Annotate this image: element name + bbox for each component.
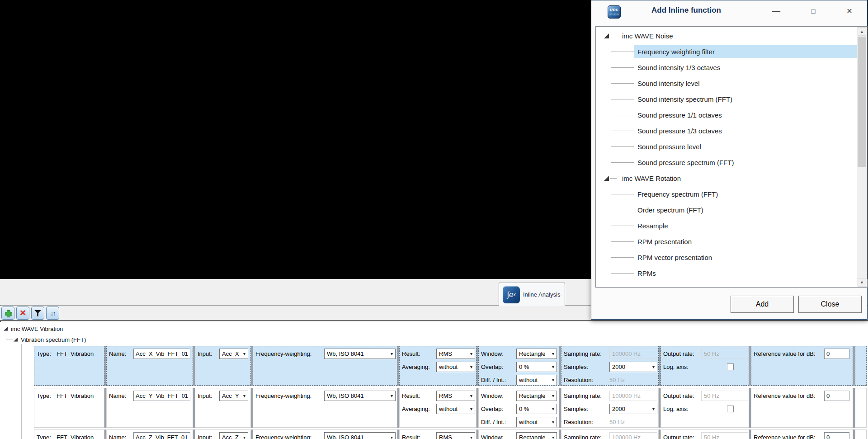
name-cell: Name: (106, 346, 193, 386)
expanded-toggle-icon[interactable] (14, 338, 18, 342)
config-row[interactable]: Type:FFT_VibrationName:Input:Acc_Y▾Frequ… (34, 388, 867, 428)
type-cell: Type:FFT_Vibration (34, 346, 104, 386)
chevron-down-icon: ▾ (652, 364, 655, 369)
tree-function-item[interactable]: Sound pressure 1/3 octaves (596, 123, 857, 139)
averaging-select[interactable]: without▾ (436, 362, 475, 372)
input-select[interactable]: Acc_X▾ (219, 349, 248, 359)
tree-item-label: RPMs (634, 267, 857, 280)
frequency-weighting-select[interactable]: Wb, ISO 8041▾ (324, 391, 396, 401)
tree-branch-line (611, 99, 634, 99)
config-row[interactable]: Type:FFT_VibrationName:Input:Acc_X▾Frequ… (34, 346, 867, 386)
log-axis-checkbox[interactable] (727, 363, 734, 370)
chevron-down-icon: ▾ (470, 364, 472, 369)
tree-function-item[interactable]: Frequency weighting filter (596, 44, 857, 60)
field-label: Diff. / Int.: (481, 419, 514, 425)
name-input[interactable] (133, 391, 190, 401)
result-select[interactable]: RMS▾ (436, 391, 475, 401)
field-label: Type: (37, 434, 55, 439)
field-label: Window: (481, 434, 514, 439)
diff-int-select[interactable]: without▾ (516, 375, 557, 385)
tree-item-label: imc WAVE Noise (618, 29, 677, 42)
maximize-button[interactable]: □ (806, 5, 821, 17)
selected-value: Wb, ISO 8041 (327, 392, 389, 399)
overlap-select[interactable]: 0 %▾ (516, 362, 557, 372)
tree-function-item[interactable]: Spectrum cut (596, 281, 857, 288)
scrollbar-thumb[interactable] (858, 37, 866, 167)
window-select[interactable]: Rectangle▾ (516, 349, 557, 359)
samples-select[interactable]: 2000▾ (609, 404, 657, 414)
chevron-down-icon: ▾ (470, 393, 472, 398)
window-select[interactable]: Rectangle▾ (516, 432, 557, 439)
tree-function-item[interactable]: Sound pressure spectrum (FFT) (596, 155, 857, 170)
sort-button[interactable]: ↓↑ (46, 307, 59, 320)
result-select[interactable]: RMS▾ (436, 349, 475, 359)
tree-node-imc-wave-vibration[interactable]: imc WAVE Vibration (4, 324, 63, 333)
selected-value: without (439, 363, 469, 370)
field-label: Result: (402, 434, 434, 439)
tree-node-vibration-spectrum-fft[interactable]: Vibration spectrum (FFT) (14, 335, 86, 344)
tree-function-item[interactable]: RPMs (596, 265, 857, 281)
minimize-button[interactable]: — (769, 5, 784, 17)
close-button[interactable]: Close (798, 296, 862, 313)
tree-item-label: Frequency weighting filter (634, 45, 857, 58)
expanded-toggle-icon[interactable] (604, 33, 609, 38)
window-select[interactable]: Rectangle▾ (516, 391, 557, 401)
tree-function-item[interactable]: Sound intensity spectrum (FFT) (596, 91, 857, 107)
tree-function-item[interactable]: Sound pressure 1/1 octaves (596, 107, 857, 123)
tree-function-item[interactable]: Order spectrum (FFT) (596, 202, 857, 218)
tree-branch-line (611, 146, 634, 147)
output-rate-value: 50 Hz (701, 391, 748, 401)
reference-db-input[interactable] (824, 349, 849, 359)
config-row[interactable]: Type:FFT_VibrationName:Input:Acc_Z▾Frequ… (34, 430, 867, 439)
name-input[interactable] (133, 349, 190, 359)
reference-db-input[interactable] (824, 391, 849, 401)
filter-button[interactable] (31, 307, 44, 320)
result-select[interactable]: RMS▾ (436, 432, 475, 439)
sort-arrows-icon: ↓↑ (51, 310, 55, 316)
tree-function-item[interactable]: RPM vector presentation (596, 250, 857, 265)
diff-int-select[interactable]: without▾ (516, 417, 557, 427)
scroll-down-icon[interactable]: ▼ (858, 278, 866, 287)
field-label: Sampling rate: (564, 434, 608, 439)
overlap-select[interactable]: 0 %▾ (516, 404, 557, 414)
averaging-select[interactable]: without▾ (436, 404, 475, 414)
reference-db-input[interactable] (824, 432, 849, 439)
field-label: Name: (109, 392, 132, 399)
chevron-down-icon: ▾ (391, 393, 393, 398)
scrollbar[interactable]: ▲ ▼ (857, 27, 867, 287)
output-cell: Output rate:50 HzLog. axis: (660, 430, 749, 439)
add-button[interactable]: Add (731, 296, 794, 313)
input-select[interactable]: Acc_Y▾ (219, 391, 248, 401)
tree-function-item[interactable]: Sound pressure level (596, 139, 857, 155)
field-label: Averaging: (402, 363, 434, 370)
tree-branch-line (611, 194, 634, 194)
resolution-value: 50 Hz (609, 419, 625, 425)
tree-group-item[interactable]: imc WAVE Rotation (596, 170, 857, 186)
output-cell: Output rate:50 HzLog. axis: (660, 388, 749, 428)
add-function-button[interactable] (1, 307, 14, 320)
tab-inline-analysis[interactable]: ∫ex Inline Analysis (499, 283, 565, 306)
selected-value: Wb, ISO 8041 (327, 434, 389, 439)
tree-function-item[interactable]: Resample (596, 218, 857, 234)
samples-select[interactable]: 2000▾ (609, 362, 657, 372)
frequency-weighting-select[interactable]: Wb, ISO 8041▾ (324, 432, 396, 439)
scroll-up-icon[interactable]: ▲ (858, 27, 866, 36)
input-select[interactable]: Acc_Z▾ (219, 432, 248, 439)
tree-function-item[interactable]: Sound intensity level (596, 76, 857, 91)
dialog-titlebar[interactable]: imc STUDIO Add Inline function — □ ✕ (591, 0, 867, 22)
expanded-toggle-icon[interactable] (4, 327, 8, 331)
tree-item-label: RPM presentation (634, 235, 857, 248)
tree-function-item[interactable]: RPM presentation (596, 234, 857, 250)
tree-item-label: RPM vector presentation (634, 251, 857, 264)
selected-value: Wb, ISO 8041 (327, 350, 389, 357)
frequency-weighting-select[interactable]: Wb, ISO 8041▾ (324, 349, 396, 359)
chevron-down-icon: ▾ (552, 435, 554, 439)
expanded-toggle-icon[interactable] (604, 176, 609, 181)
tree-group-item[interactable]: imc WAVE Noise (596, 28, 857, 44)
tree-function-item[interactable]: Frequency spectrum (FFT) (596, 186, 857, 202)
close-icon[interactable]: ✕ (842, 5, 857, 17)
tree-function-item[interactable]: Sound intensity 1/3 octaves (596, 60, 857, 76)
name-input[interactable] (133, 432, 190, 439)
log-axis-checkbox[interactable] (727, 406, 734, 412)
remove-function-button[interactable]: ✕ (16, 307, 29, 320)
